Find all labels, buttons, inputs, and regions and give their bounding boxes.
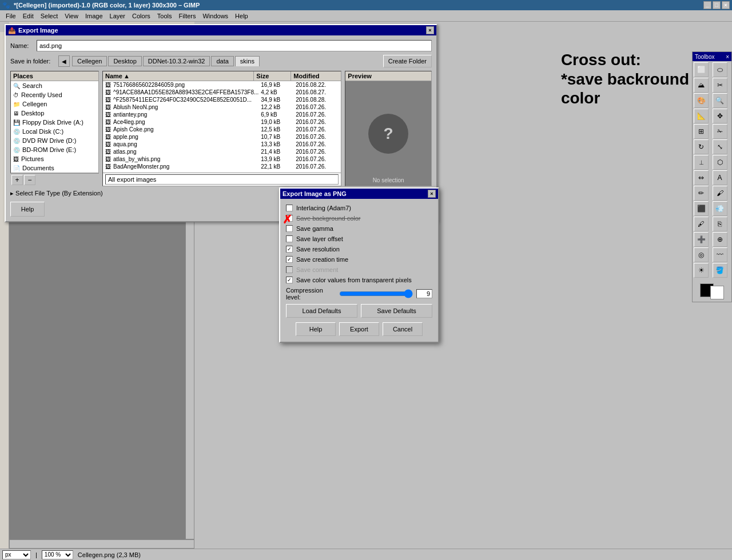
- maximize-button[interactable]: □: [713, 1, 721, 9]
- menu-view[interactable]: View: [61, 11, 82, 21]
- tool-color-picker[interactable]: 🎨: [694, 93, 709, 108]
- table-row[interactable]: 🖼 Ace4leg.png 19,0 kB 2016.07.26.: [103, 118, 341, 126]
- tool-dodge-burn[interactable]: ☀: [694, 263, 709, 278]
- table-row[interactable]: 🖼 BadAngelMonster.png 22,1 kB 2016.07.26…: [103, 163, 341, 170]
- toolbox-close-icon[interactable]: ×: [726, 54, 729, 60]
- minimize-button[interactable]: _: [703, 1, 711, 9]
- places-item-documents[interactable]: 📄 Documents: [11, 163, 98, 173]
- save-color-values-checkbox[interactable]: [286, 277, 293, 283]
- table-row[interactable]: 🖼 aqua.png 13,3 kB 2016.07.26.: [103, 141, 341, 148]
- places-item-floppy[interactable]: 💾 Floppy Disk Drive (A:): [11, 118, 98, 127]
- menu-help[interactable]: Help: [232, 11, 252, 21]
- places-remove-button[interactable]: −: [24, 175, 35, 185]
- tool-heal[interactable]: ➕: [694, 232, 709, 247]
- places-item-search[interactable]: 🔍 Search: [11, 81, 98, 90]
- table-row[interactable]: 🖼 antiantey.png 6,9 kB 2016.07.26.: [103, 111, 341, 118]
- tool-eraser[interactable]: ⬛: [694, 201, 709, 216]
- zoom-selector[interactable]: 100 %: [42, 550, 73, 559]
- tool-smudge[interactable]: 〰: [713, 247, 727, 262]
- breadcrumb-data[interactable]: data: [211, 56, 233, 66]
- interlacing-checkbox[interactable]: [286, 205, 293, 211]
- tool-rectangle-select[interactable]: ⬜: [694, 62, 709, 77]
- save-gamma-checkbox[interactable]: [286, 225, 293, 232]
- table-row[interactable]: 🖼 Ablush NeoN.png 12,2 kB 2016.07.26.: [103, 103, 341, 111]
- tool-airbrush[interactable]: 💨: [713, 201, 727, 216]
- tool-blur[interactable]: ◎: [694, 247, 709, 262]
- menu-image[interactable]: Image: [82, 11, 106, 21]
- table-row[interactable]: 🖼 7517668656022846059.png 16,9 kB 2016.0…: [103, 81, 341, 89]
- png-dialog-close[interactable]: ×: [428, 190, 436, 198]
- filter-input[interactable]: [105, 174, 339, 185]
- table-row[interactable]: 🖼 Apish Coke.png 12,5 kB 2016.07.26.: [103, 126, 341, 133]
- menu-tools[interactable]: Tools: [154, 11, 176, 21]
- tool-bucket-fill[interactable]: 🪣: [713, 263, 727, 278]
- menu-colors[interactable]: Colors: [129, 11, 154, 21]
- places-item-dvd[interactable]: 💿 DVD RW Drive (D:): [11, 136, 98, 145]
- breadcrumb-cellegen[interactable]: Cellegen: [72, 56, 107, 66]
- places-item-pictures[interactable]: 🖼 Pictures: [11, 154, 98, 163]
- places-item-cellegen[interactable]: 📁 Cellegen: [11, 99, 98, 109]
- table-row[interactable]: 🖼 atlas.png 21,4 kB 2016.07.26.: [103, 148, 341, 155]
- tool-zoom[interactable]: 🔍: [713, 93, 727, 108]
- menu-layer[interactable]: Layer: [106, 11, 129, 21]
- tool-ellipse-select[interactable]: ⬭: [713, 62, 727, 77]
- breadcrumb-desktop[interactable]: Desktop: [108, 56, 141, 66]
- png-help-button[interactable]: Help: [296, 322, 336, 336]
- tool-clone[interactable]: ⎘: [713, 217, 727, 231]
- save-comment-checkbox[interactable]: [286, 266, 293, 273]
- breadcrumb-ddnet[interactable]: DDNet-10.3.2-win32: [143, 56, 210, 66]
- tool-pencil[interactable]: ✏: [694, 186, 709, 201]
- save-resolution-checkbox[interactable]: [286, 246, 293, 253]
- places-item-bdrom[interactable]: 💿 BD-ROM Drive (E:): [11, 145, 98, 154]
- tool-rotate[interactable]: ↻: [694, 139, 709, 154]
- load-defaults-button[interactable]: Load Defaults: [286, 304, 357, 318]
- places-item-recent[interactable]: ⏱ Recently Used: [11, 90, 98, 99]
- compression-slider[interactable]: [339, 289, 413, 298]
- tool-flip[interactable]: ⇔: [694, 170, 709, 185]
- menu-file[interactable]: File: [2, 11, 19, 21]
- folder-back-button[interactable]: ◀: [58, 55, 70, 67]
- cancel-button[interactable]: Cancel: [383, 322, 423, 336]
- col-modified-header[interactable]: Modified: [291, 71, 334, 81]
- tool-paintbrush[interactable]: 🖌: [713, 186, 727, 201]
- menu-select[interactable]: Select: [37, 11, 62, 21]
- create-folder-button[interactable]: Create Folder: [383, 55, 432, 67]
- export-button[interactable]: Export: [339, 322, 379, 336]
- export-help-button[interactable]: Help: [10, 202, 45, 217]
- export-dialog-close[interactable]: ×: [426, 26, 434, 34]
- close-button[interactable]: ×: [722, 1, 730, 9]
- menu-windows[interactable]: Windows: [199, 11, 232, 21]
- tool-scale[interactable]: ⤡: [713, 139, 727, 154]
- table-row[interactable]: 🖼 ^F25875411EEC7264F0C32490C5204E852E005…: [103, 96, 341, 103]
- col-size-header[interactable]: Size: [254, 71, 291, 81]
- tool-perspective[interactable]: ⬡: [713, 155, 727, 170]
- tool-shear[interactable]: ⟂: [694, 155, 709, 170]
- unit-selector[interactable]: px: [2, 550, 31, 559]
- tool-perspective-clone[interactable]: ⊕: [713, 232, 727, 247]
- menu-edit[interactable]: Edit: [19, 11, 37, 21]
- breadcrumb-skins[interactable]: skins: [235, 56, 260, 66]
- tool-measure[interactable]: 📐: [694, 109, 709, 123]
- tool-ink[interactable]: 🖋: [694, 217, 709, 231]
- table-row[interactable]: 🖼 atlas_by_whis.png 13,9 kB 2016.07.26.: [103, 155, 341, 163]
- background-color[interactable]: [710, 286, 724, 299]
- menu-filters[interactable]: Filters: [176, 11, 200, 21]
- table-row[interactable]: 🖼 ^91ACE88AA1D55E828A889433E2CE4FFEBA157…: [103, 89, 341, 96]
- places-add-button[interactable]: +: [11, 175, 23, 185]
- filename-input[interactable]: [37, 40, 432, 51]
- save-creation-time-checkbox[interactable]: [286, 256, 293, 263]
- tool-crop[interactable]: ✁: [713, 124, 727, 139]
- tool-free-select[interactable]: ⛰: [694, 78, 709, 93]
- scrollbar-horizontal[interactable]: [9, 539, 194, 549]
- tool-align[interactable]: ⊞: [694, 124, 709, 139]
- places-item-desktop[interactable]: 🖥 Desktop: [11, 109, 98, 118]
- tool-move[interactable]: ✥: [713, 109, 727, 123]
- tool-text[interactable]: A: [713, 170, 727, 185]
- tool-fuzzy-select[interactable]: ✂: [713, 78, 727, 93]
- save-defaults-button[interactable]: Save Defaults: [361, 304, 432, 318]
- save-layer-checkbox[interactable]: [286, 235, 293, 242]
- table-row[interactable]: 🖼 apple.png 10,7 kB 2016.07.26.: [103, 133, 341, 141]
- col-name-header[interactable]: Name ▲: [103, 71, 254, 81]
- places-item-localc[interactable]: 💿 Local Disk (C:): [11, 127, 98, 136]
- save-bg-checkbox[interactable]: [286, 215, 293, 222]
